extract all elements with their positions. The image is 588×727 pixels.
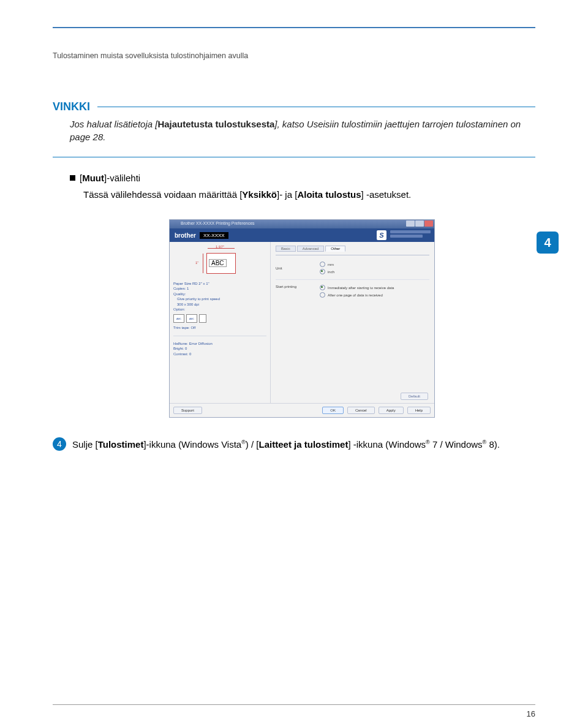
unit-mm-label: mm bbox=[328, 263, 334, 266]
option-icon-3 bbox=[199, 314, 206, 323]
model-label: XX-XXXX bbox=[200, 232, 228, 239]
summary-quality-label: Quality: bbox=[173, 292, 266, 296]
window-title: Brother XX-XXXX Printing Preferences bbox=[181, 221, 255, 225]
help-icon[interactable] bbox=[415, 220, 424, 227]
hint-text-2: ], katso bbox=[274, 119, 307, 129]
unit-inch-option[interactable]: inch bbox=[320, 269, 429, 274]
unit-label: Unit bbox=[276, 266, 320, 270]
hint-underline bbox=[53, 157, 535, 157]
preview-sample-text: ABC bbox=[209, 259, 227, 267]
hint-link: Useisiin tulostimiin jaettujen tarrojen … bbox=[307, 119, 508, 129]
option-icon-1: ABC bbox=[173, 314, 184, 323]
start-immediate-option[interactable]: Immediately after starting to receive da… bbox=[320, 285, 429, 290]
bullet-block: [Muut]-välilehti Tässä välilehdessä void… bbox=[70, 171, 535, 202]
step-text: Sulje [Tulostimet]-ikkuna (Windows Vista… bbox=[72, 439, 500, 450]
step-t2: ]-ikkuna (Windows Vista bbox=[143, 439, 241, 450]
top-rule bbox=[53, 27, 535, 28]
bullet-sub-bold1: Yksikkö bbox=[242, 189, 277, 200]
reg-mark-icon: ® bbox=[241, 439, 246, 445]
screenshot-dialog[interactable]: Brother XX-XXXX Printing Preferences bro… bbox=[169, 219, 435, 418]
step-t6: 8). bbox=[486, 439, 500, 450]
start-after-option[interactable]: After one page of data is received bbox=[320, 292, 429, 298]
support-button[interactable]: Support bbox=[173, 407, 202, 414]
bullet-square-icon bbox=[70, 175, 75, 181]
summary-quality-value: Give priority to print speed bbox=[173, 296, 266, 301]
bullet-sub-prefix: Tässä välilehdessä voidaan määrittää [ bbox=[83, 189, 242, 200]
row-divider bbox=[276, 279, 429, 280]
step-number-badge: 4 bbox=[53, 437, 66, 451]
summary-trim: Trim tape: Off bbox=[173, 325, 266, 330]
bullet-sub-bold2: Aloita tulostus bbox=[297, 189, 361, 200]
unit-row: Unit mm inch bbox=[276, 260, 429, 276]
summary-papersize: Paper Size RD 2" x 1" bbox=[173, 281, 266, 286]
close-icon[interactable] bbox=[424, 220, 433, 227]
footer-rule bbox=[53, 704, 535, 705]
bullet-subtext: Tässä välilehdessä voidaan määrittää [Yk… bbox=[83, 188, 535, 202]
default-button[interactable]: Default bbox=[401, 393, 428, 400]
summary-separator bbox=[173, 336, 266, 336]
step-bold2: Laitteet ja tulostimet bbox=[259, 439, 349, 450]
summary-option-label: Option: bbox=[173, 307, 266, 312]
settings-pane: Basic Advanced Other Unit mm inch bbox=[271, 242, 434, 404]
summary-copies: Copies: 1 bbox=[173, 286, 266, 291]
step-row: 4 Sulje [Tulostimet]-ikkuna (Windows Vis… bbox=[53, 437, 535, 451]
preview-pane: 1,97" 1" ABC Paper Size RD 2" x 1" Copie… bbox=[170, 242, 271, 404]
dialog-body: 1,97" 1" ABC Paper Size RD 2" x 1" Copie… bbox=[170, 242, 434, 404]
summary-contrast: Contrast: 0 bbox=[173, 352, 266, 356]
startprinting-row: Start printing Immediately after startin… bbox=[276, 284, 429, 299]
radio-icon bbox=[320, 292, 325, 298]
hint-body: Jos haluat lisätietoja [Hajautetusta tul… bbox=[70, 118, 535, 143]
hint-label: VINKKI bbox=[53, 100, 90, 113]
dim-vertical-value: 1" bbox=[195, 261, 198, 265]
step-t4: ] -ikkuna (Windows bbox=[348, 439, 426, 450]
brand-logo: brother bbox=[175, 232, 196, 239]
paper-preview: 1,97" 1" ABC bbox=[203, 250, 237, 275]
chapter-tab: 4 bbox=[537, 232, 559, 254]
bullet-title-suffix: ]-välilehti bbox=[104, 173, 140, 183]
window-titlebar[interactable]: Brother XX-XXXX Printing Preferences bbox=[170, 220, 434, 228]
solutions-icon[interactable]: S bbox=[377, 230, 386, 240]
window-buttons bbox=[406, 220, 433, 227]
bullet-sub-mid: ]- ja [ bbox=[277, 189, 297, 200]
help-button[interactable]: Help bbox=[407, 407, 431, 414]
cancel-button[interactable]: Cancel bbox=[347, 407, 375, 414]
apply-button[interactable]: Apply bbox=[379, 407, 404, 414]
reg-mark-icon: ® bbox=[426, 439, 430, 445]
unit-mm-option[interactable]: mm bbox=[320, 262, 429, 267]
radio-icon bbox=[320, 262, 325, 267]
step-t1: Sulje [ bbox=[72, 439, 98, 450]
hint-bold-1: Hajautetusta tulostuksesta bbox=[157, 119, 274, 129]
summary-bright: Bright: 0 bbox=[173, 346, 266, 351]
tab-underline bbox=[276, 255, 429, 255]
solutions-text bbox=[390, 230, 431, 239]
radio-icon bbox=[320, 285, 325, 290]
tab-other[interactable]: Other bbox=[325, 246, 345, 252]
option-icons: ABC ABC bbox=[173, 314, 266, 323]
ok-button[interactable]: OK bbox=[322, 407, 344, 414]
tab-basic[interactable]: Basic bbox=[276, 246, 296, 252]
summary-halftone: Halftone: Error Diffusion bbox=[173, 341, 266, 346]
step-t3: ) / [ bbox=[246, 439, 259, 450]
unit-inch-label: inch bbox=[328, 270, 334, 274]
dim-horizontal-value: 1,97" bbox=[216, 245, 224, 249]
start-immediate-label: Immediately after starting to receive da… bbox=[328, 286, 394, 290]
step-t5: 7 / Windows bbox=[430, 439, 483, 450]
hint-text-1: Jos haluat lisätietoja [ bbox=[70, 119, 157, 129]
start-after-label: After one page of data is received bbox=[328, 293, 383, 297]
tab-strip: Basic Advanced Other bbox=[276, 246, 429, 252]
option-icon-2: ABC bbox=[186, 314, 197, 323]
tab-advanced[interactable]: Advanced bbox=[297, 246, 325, 252]
summary-dpi: 300 x 300 dpi bbox=[173, 302, 266, 307]
step-bold1: Tulostimet bbox=[98, 439, 144, 450]
minimize-icon[interactable] bbox=[406, 220, 415, 227]
breadcrumb: Tulostaminen muista sovelluksista tulost… bbox=[53, 51, 248, 60]
bullet-sub-suffix: ] -asetukset. bbox=[361, 189, 412, 200]
dialog-footer: Support OK Cancel Apply Help bbox=[170, 403, 434, 417]
dim-vertical-icon bbox=[203, 254, 203, 273]
startprinting-label: Start printing bbox=[276, 285, 320, 288]
bullet-title-bold: Muut bbox=[82, 173, 104, 183]
bullet-title: [Muut]-välilehti bbox=[70, 171, 535, 186]
hint-header-row: VINKKI bbox=[53, 100, 535, 113]
page-number: 16 bbox=[527, 709, 535, 718]
radio-icon bbox=[320, 269, 325, 274]
